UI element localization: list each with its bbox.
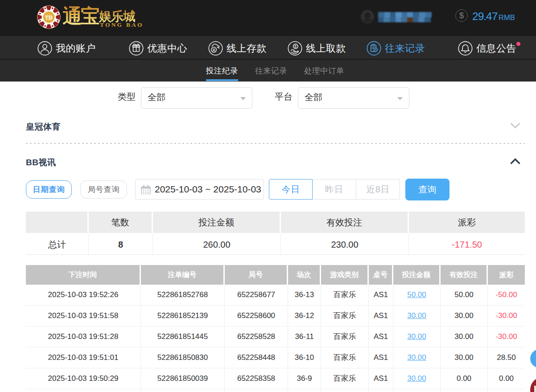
svg-text:TB: TB <box>45 14 53 21</box>
svg-text:$: $ <box>294 44 297 49</box>
